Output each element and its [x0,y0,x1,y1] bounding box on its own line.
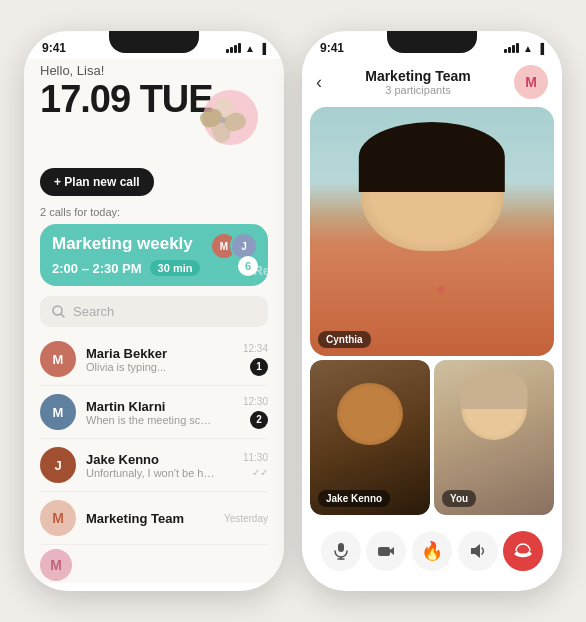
fire-button[interactable]: 🔥 [412,531,452,571]
right-main-content: ‹ Marketing Team 3 participants M [302,59,562,583]
call-controls: 🔥 [302,523,562,583]
fire-icon: 🔥 [421,540,443,562]
bottom-profile-avatar[interactable]: M [40,549,72,581]
status-icons-left: ▲ ▐ [226,43,266,54]
video-row-bottom: Jake Kenno You [310,360,554,515]
greeting-text: Hello, Lisa! [40,63,268,78]
contact-meta-jake: 11:30 ✓✓ [243,452,268,478]
contact-time-mkt: Yesterday [224,513,268,524]
microphone-icon [332,542,350,560]
phone-left: 9:41 ▲ ▐ Hello, Lisa! 17.09 TUE [24,31,284,591]
pinwheel-icon [198,95,248,145]
phone-right: 9:41 ▲ ▐ ‹ Marketing Team 3 participants [302,31,562,591]
contact-name-martin: Martin Klarni [86,399,233,414]
svg-point-0 [220,117,226,123]
contact-name-jake: Jake Kenno [86,452,233,467]
svg-rect-3 [338,543,344,552]
decorative-area [40,110,268,160]
contact-time-jake: 11:30 [243,452,268,463]
header-center: Marketing Team 3 participants [365,68,471,96]
contact-item-mkt[interactable]: M Marketing Team Yesterday [40,492,268,545]
chat-title: Marketing Team [365,68,471,84]
contact-meta-mkt: Yesterday [224,513,268,524]
back-button[interactable]: ‹ [316,72,322,93]
contact-info-maria: Maria Bekker Olivia is typing... [86,346,233,373]
header-group-avatar[interactable]: M [514,65,548,99]
contact-info-jake: Jake Kenno Unfortunaly, I won't be here … [86,452,233,479]
call-card-bottom: 2:00 – 2:30 PM 30 min [52,260,256,276]
contact-item-jake[interactable]: J Jake Kenno Unfortunaly, I won't be her… [40,439,268,492]
avatar-mkt: M [40,500,76,536]
status-bar-right: 9:41 ▲ ▐ [302,31,562,59]
speaker-icon [469,542,487,560]
battery-right-icon: ▐ [537,43,544,54]
video-label-cynthia: Cynthia [318,331,371,348]
search-placeholder: Search [73,304,114,319]
svg-line-2 [61,314,65,318]
contact-preview-maria: Olivia is typing... [86,361,216,373]
wifi-icon: ▲ [245,43,255,54]
avatar-martin: M [40,394,76,430]
status-icons-right: ▲ ▐ [504,43,544,54]
notch-left [109,31,199,53]
contact-list: M Maria Bekker Olivia is typing... 12:34… [40,333,268,545]
unread-badge-martin: 2 [250,411,268,429]
time-right: 9:41 [320,41,344,55]
duration-badge: 30 min [150,260,201,276]
end-call-icon [513,541,533,561]
avatar-jake: J [40,447,76,483]
notch-right [387,31,477,53]
unread-badge-maria: 1 [250,358,268,376]
call-time: 2:00 – 2:30 PM [52,261,142,276]
contact-info-martin: Martin Klarni When is the meeting schedu… [86,399,233,426]
call-header: ‹ Marketing Team 3 participants M [302,59,562,107]
contact-time-maria: 12:34 [243,343,268,354]
video-main-cynthia: Cynthia [310,107,554,356]
video-label-you: You [442,490,476,507]
camera-button[interactable] [366,531,406,571]
contact-item-martin[interactable]: M Martin Klarni When is the meeting sche… [40,386,268,439]
signal-right-icon [504,43,519,53]
search-bar[interactable]: Search [40,296,268,327]
participants-count: 3 participants [365,84,471,96]
camera-icon [377,542,395,560]
contact-meta-maria: 12:34 1 [243,343,268,376]
contact-name-maria: Maria Bekker [86,346,233,361]
contact-time-martin: 12:30 [243,396,268,407]
video-small-jake: Jake Kenno [310,360,430,515]
time-left: 9:41 [42,41,66,55]
microphone-button[interactable] [321,531,361,571]
left-main-content: Hello, Lisa! 17.09 TUE [24,59,284,583]
signal-icon [226,43,241,53]
contact-name-mkt: Marketing Team [86,511,214,526]
plan-call-button[interactable]: + Plan new call [40,168,154,196]
svg-rect-6 [378,547,390,556]
calls-today-label: 2 calls for today: [40,206,268,218]
contact-preview-martin: When is the meeting schedu... [86,414,216,426]
video-area: Cynthia Jake Kenno [302,107,562,523]
six-badge: 6 [238,256,258,276]
avatar-maria: M [40,341,76,377]
contact-info-mkt: Marketing Team [86,511,214,526]
speaker-button[interactable] [458,531,498,571]
double-check-jake: ✓✓ [252,467,268,478]
end-call-button[interactable] [503,531,543,571]
wifi-right-icon: ▲ [523,43,533,54]
search-icon [52,305,65,318]
call-card[interactable]: Marketing weekly 2:00 – 2:30 PM 30 min M… [40,224,268,286]
video-small-you: You [434,360,554,515]
battery-icon: ▐ [259,43,266,54]
contact-preview-jake: Unfortunaly, I won't be here t... [86,467,216,479]
contact-item-maria[interactable]: M Maria Bekker Olivia is typing... 12:34… [40,333,268,386]
contact-meta-martin: 12:30 2 [243,396,268,429]
status-bar-left: 9:41 ▲ ▐ [24,31,284,59]
video-label-jake: Jake Kenno [318,490,390,507]
